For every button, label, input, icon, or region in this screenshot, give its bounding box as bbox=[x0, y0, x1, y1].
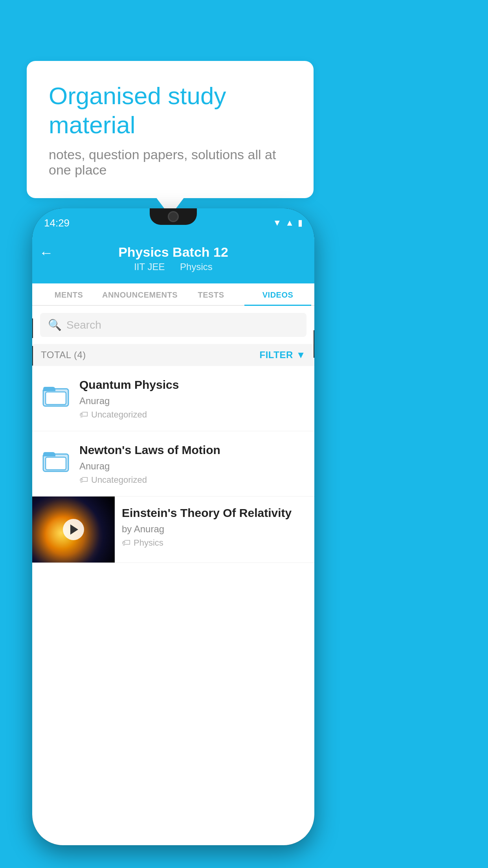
status-bar: 14:29 ▼ ▲ ▮ bbox=[32, 208, 314, 237]
list-item[interactable]: Einstein's Theory Of Relativity by Anura… bbox=[32, 497, 314, 563]
video-list: Quantum Physics Anurag 🏷 Uncategorized bbox=[32, 366, 314, 563]
svg-rect-3 bbox=[46, 457, 66, 470]
subtitle-physics: Physics bbox=[180, 261, 213, 272]
search-bar[interactable]: 🔍 Search bbox=[40, 313, 306, 337]
video-author-1: Anurag bbox=[79, 395, 306, 406]
video-title-3: Einstein's Theory Of Relativity bbox=[122, 505, 306, 520]
filter-row: TOTAL (4) FILTER ▼ bbox=[32, 344, 314, 366]
play-triangle-icon bbox=[70, 524, 78, 535]
video-title-1: Quantum Physics bbox=[79, 377, 306, 392]
tag-icon-3: 🏷 bbox=[122, 538, 130, 548]
phone-notch bbox=[150, 208, 197, 225]
power-button bbox=[314, 330, 314, 358]
app-header: ← Physics Batch 12 IIT JEE Physics bbox=[32, 237, 314, 283]
speech-bubble-container: Organised study material notes, question… bbox=[27, 61, 314, 198]
video-info-1: Quantum Physics Anurag 🏷 Uncategorized bbox=[79, 377, 306, 420]
search-container: 🔍 Search bbox=[32, 306, 314, 344]
tag-text-1: Uncategorized bbox=[91, 410, 147, 420]
bubble-subtitle: notes, question papers, solutions all at… bbox=[49, 147, 292, 178]
tag-text-2: Uncategorized bbox=[91, 475, 147, 485]
video-author-3: by Anurag bbox=[122, 524, 306, 535]
search-icon: 🔍 bbox=[48, 318, 62, 331]
signal-icon: ▲ bbox=[285, 218, 294, 228]
list-item[interactable]: Newton's Laws of Motion Anurag 🏷 Uncateg… bbox=[32, 431, 314, 497]
video-info-3: Einstein's Theory Of Relativity by Anura… bbox=[115, 497, 306, 557]
tab-bar: MENTS ANNOUNCEMENTS TESTS VIDEOS bbox=[32, 283, 314, 306]
video-folder-icon-1 bbox=[40, 379, 72, 411]
volume-down-button bbox=[32, 346, 33, 366]
volume-up-button bbox=[32, 318, 33, 338]
battery-icon: ▮ bbox=[298, 218, 303, 228]
phone-device: 14:29 ▼ ▲ ▮ ← Physics Batch 12 IIT JEE bbox=[32, 208, 314, 845]
list-item[interactable]: Quantum Physics Anurag 🏷 Uncategorized bbox=[32, 366, 314, 431]
search-placeholder: Search bbox=[66, 319, 101, 331]
subtitle-iitjee: IIT JEE bbox=[134, 261, 165, 272]
video-info-2: Newton's Laws of Motion Anurag 🏷 Uncateg… bbox=[79, 442, 306, 485]
video-author-2: Anurag bbox=[79, 461, 306, 472]
tab-announcements[interactable]: ANNOUNCEMENTS bbox=[102, 283, 178, 305]
back-button[interactable]: ← bbox=[39, 245, 53, 261]
tab-tests[interactable]: TESTS bbox=[178, 283, 244, 305]
header-title-area: ← Physics Batch 12 IIT JEE Physics bbox=[32, 245, 314, 283]
filter-button[interactable]: FILTER ▼ bbox=[260, 349, 306, 360]
wifi-icon: ▼ bbox=[273, 218, 281, 228]
filter-icon: ▼ bbox=[296, 349, 306, 360]
video-tag-2: 🏷 Uncategorized bbox=[79, 475, 306, 485]
svg-rect-1 bbox=[46, 392, 66, 405]
tag-icon-1: 🏷 bbox=[79, 410, 88, 420]
play-button-3[interactable] bbox=[63, 519, 84, 540]
page-title: Physics Batch 12 bbox=[118, 245, 228, 260]
page-subtitle: IIT JEE Physics bbox=[118, 261, 228, 272]
tag-icon-2: 🏷 bbox=[79, 475, 88, 485]
status-time: 14:29 bbox=[44, 217, 70, 229]
bubble-title: Organised study material bbox=[49, 81, 292, 140]
video-thumbnail-3 bbox=[32, 497, 115, 563]
tag-text-3: Physics bbox=[134, 538, 163, 548]
video-folder-icon-2 bbox=[40, 445, 72, 476]
phone-screen: ← Physics Batch 12 IIT JEE Physics MENTS bbox=[32, 237, 314, 845]
total-count: TOTAL (4) bbox=[41, 349, 86, 360]
filter-label: FILTER bbox=[260, 349, 293, 360]
video-tag-1: 🏷 Uncategorized bbox=[79, 410, 306, 420]
video-title-2: Newton's Laws of Motion bbox=[79, 442, 306, 458]
video-tag-3: 🏷 Physics bbox=[122, 538, 306, 548]
status-icons: ▼ ▲ ▮ bbox=[273, 218, 303, 228]
tab-videos[interactable]: VIDEOS bbox=[244, 283, 311, 305]
speech-bubble: Organised study material notes, question… bbox=[27, 61, 314, 198]
tab-ments[interactable]: MENTS bbox=[35, 283, 102, 305]
